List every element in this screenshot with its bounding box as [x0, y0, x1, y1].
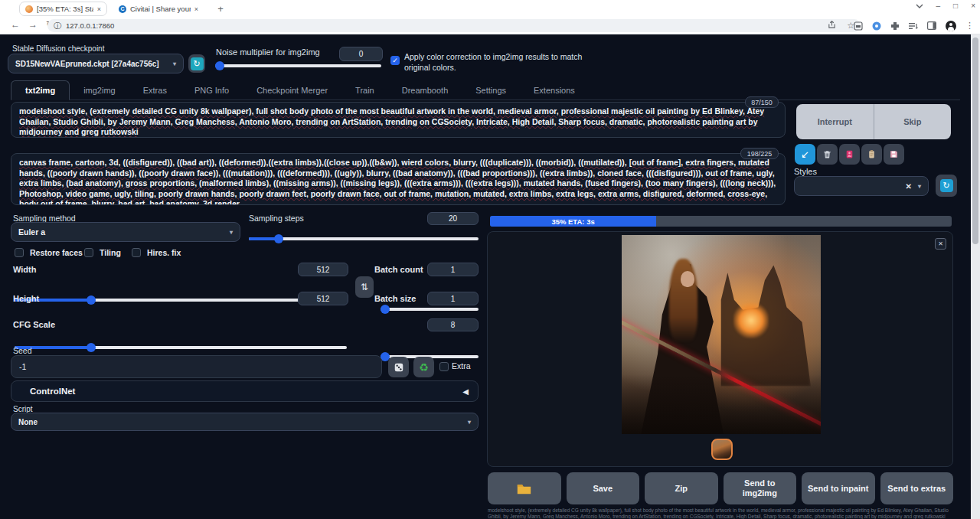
negative-prompt-textarea[interactable]: canvas frame, cartoon, 3d, ((disfigured)… — [11, 153, 786, 205]
address-bar[interactable]: ⓘ 127.0.0.1:7860 ☆ — [47, 19, 861, 32]
script-dropdown[interactable]: None ▾ — [11, 413, 479, 431]
cfg-scale-value[interactable]: 8 — [427, 318, 479, 331]
site-info-icon[interactable]: ⓘ — [54, 21, 61, 31]
browser-tab-strip: [35% ETA: 3s] Stable Diffusion × Civitai… — [0, 0, 980, 18]
height-value[interactable]: 512 — [298, 292, 348, 305]
clear-prompt-button[interactable] — [817, 144, 838, 165]
send-to-inpaint-button[interactable]: Send to inpaint — [802, 472, 875, 504]
height-slider[interactable] — [15, 343, 347, 352]
restore-faces-checkbox[interactable] — [15, 248, 24, 257]
batch-size-value[interactable]: 1 — [427, 292, 479, 305]
extensions-puzzle-icon[interactable] — [890, 21, 900, 31]
extra-networks-button[interactable] — [839, 144, 860, 165]
tab-png-info[interactable]: PNG Info — [181, 81, 243, 100]
new-tab-button[interactable]: + — [214, 3, 227, 15]
tab-close-icon[interactable]: × — [97, 5, 101, 13]
batch-count-value[interactable]: 1 — [427, 263, 479, 276]
chevron-down-icon: ▾ — [173, 60, 176, 67]
tab-search-chevron-icon[interactable] — [916, 2, 923, 10]
extension-grid-icon[interactable] — [854, 21, 863, 31]
zip-button[interactable]: Zip — [645, 472, 718, 504]
interrupt-button[interactable]: Interrupt — [796, 104, 874, 139]
tiling-label: Tiling — [100, 248, 121, 257]
width-slider[interactable] — [15, 295, 347, 305]
prompt-textarea[interactable]: modelshoot style, (extremely detailed CG… — [11, 102, 786, 138]
hires-fix-label: Hires. fix — [147, 248, 181, 257]
tiling-option: Tiling — [84, 248, 121, 257]
main-tab-bar: txt2img img2img Extras PNG Info Checkpoi… — [11, 79, 960, 100]
save-style-button[interactable] — [884, 144, 904, 165]
prompt-token-counter: 87/150 — [745, 96, 779, 108]
extension-blue-icon[interactable] — [872, 21, 881, 31]
reading-list-icon[interactable] — [909, 22, 918, 30]
noise-multiplier-slider[interactable] — [215, 61, 381, 70]
paste-params-button[interactable]: ↙ — [795, 144, 815, 165]
seed-label: Seed — [13, 346, 32, 355]
color-correction-checkbox[interactable]: ✓ — [390, 56, 400, 65]
send-to-extras-button[interactable]: Send to extras — [880, 472, 954, 504]
styles-dropdown[interactable]: ✕ ▾ — [794, 176, 929, 196]
tab-extensions[interactable]: Extensions — [520, 81, 589, 100]
styles-refresh-button[interactable]: ↻ — [936, 175, 957, 197]
browser-menu-icon[interactable]: ⋮ — [965, 21, 974, 31]
gallery-thumbnail-selected[interactable] — [711, 439, 733, 460]
controlnet-accordion[interactable]: ControlNet ◀ — [11, 380, 479, 402]
restore-faces-option: Restore faces — [15, 248, 83, 257]
forward-button[interactable]: → — [28, 19, 38, 30]
extra-seed-checkbox[interactable] — [439, 362, 449, 371]
apply-style-button[interactable] — [861, 144, 882, 165]
save-button[interactable]: Save — [567, 472, 640, 504]
tab-settings[interactable]: Settings — [462, 81, 520, 100]
noise-multiplier-label: Noise multiplier for img2img — [216, 47, 320, 57]
generated-image[interactable] — [622, 235, 821, 434]
civitai-favicon-icon — [119, 5, 126, 13]
sampling-method-dropdown[interactable]: Euler a ▾ — [11, 222, 240, 242]
tab-txt2img[interactable]: txt2img — [11, 80, 70, 100]
tiling-checkbox[interactable] — [84, 248, 93, 257]
send-to-img2img-button[interactable]: Send to img2img — [724, 472, 797, 504]
share-icon[interactable] — [828, 21, 836, 31]
page-scrollbar[interactable] — [971, 34, 980, 519]
skip-button[interactable]: Skip — [874, 104, 952, 139]
window-minimize-button[interactable]: – — [936, 2, 941, 10]
reuse-seed-button[interactable]: ♻ — [413, 357, 434, 377]
scrollbar-thumb[interactable] — [972, 38, 978, 244]
tab-close-icon[interactable]: × — [194, 5, 198, 13]
progress-fill: 35% ETA: 3s — [490, 216, 656, 227]
checkpoint-dropdown[interactable]: SD15NewVAEpruned.ckpt [27a4ac756c] ▾ — [8, 54, 184, 73]
browser-tab-title: [35% ETA: 3s] Stable Diffusion — [37, 5, 93, 13]
tab-dreambooth[interactable]: Dreambooth — [388, 81, 462, 100]
clear-styles-icon[interactable]: ✕ — [906, 182, 912, 191]
seed-input[interactable] — [11, 355, 382, 378]
negative-prompt-token-counter: 198/225 — [740, 148, 779, 159]
open-folder-button[interactable] — [488, 472, 561, 504]
toolbar-extensions-area: ⋮ — [854, 19, 974, 32]
tab-img2img[interactable]: img2img — [70, 81, 129, 100]
window-close-button[interactable]: × — [971, 2, 975, 10]
batch-size-label: Batch size — [374, 294, 416, 303]
refresh-icon: ↻ — [940, 179, 953, 192]
profile-avatar[interactable] — [946, 21, 956, 31]
width-value[interactable]: 512 — [298, 263, 348, 276]
window-maximize-button[interactable]: □ — [953, 2, 958, 10]
sampling-steps-slider[interactable] — [249, 234, 479, 243]
swap-width-height-button[interactable]: ⇅ — [355, 276, 374, 298]
random-seed-button[interactable] — [388, 357, 409, 377]
batch-count-slider[interactable] — [381, 305, 479, 314]
window-controls: – □ × — [916, 2, 975, 10]
checkpoint-refresh-button[interactable]: ↻ — [188, 54, 205, 73]
browser-tab-civitai[interactable]: Civitai | Share your models × — [113, 2, 204, 16]
prompt-tool-buttons: ↙ — [795, 144, 904, 165]
url-text: 127.0.0.1:7860 — [66, 21, 114, 30]
tab-extras[interactable]: Extras — [129, 81, 181, 100]
side-panel-icon[interactable] — [927, 21, 936, 30]
browser-tab-active[interactable]: [35% ETA: 3s] Stable Diffusion × — [19, 2, 107, 16]
back-button[interactable]: ← — [11, 19, 20, 30]
close-preview-icon[interactable]: ✕ — [935, 238, 946, 250]
tab-checkpoint-merger[interactable]: Checkpoint Merger — [243, 81, 341, 100]
hires-fix-checkbox[interactable] — [132, 248, 141, 257]
clipboard-icon — [867, 149, 877, 159]
noise-multiplier-value[interactable]: 0 — [339, 47, 383, 61]
tab-train[interactable]: Train — [341, 81, 388, 100]
sampling-steps-value[interactable]: 20 — [427, 212, 479, 225]
